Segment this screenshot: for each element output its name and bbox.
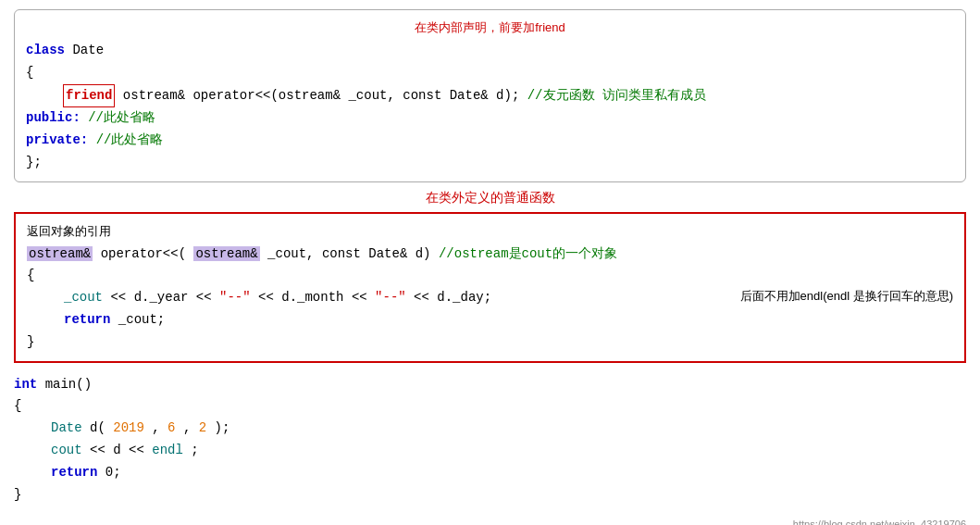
day-op: << d._day; [414,290,491,305]
ostream-comment: //ostream是cout的一个对象 [439,246,617,261]
class-name: Date [72,43,104,57]
int-keyword: int [14,377,37,392]
public-line: public: //此处省略 [26,107,954,130]
date-type: Date [51,420,82,435]
return-ref-title: 返回对象的引用 [27,221,953,244]
private-line: private: //此处省略 [26,130,954,152]
month-val: 6 [167,420,175,435]
date-var: d( [90,420,105,435]
private-comment: //此处省略 [96,132,164,147]
return-ref-label: 返回对象的引用 [27,221,111,242]
dash-str-2: "--" [375,290,406,305]
open-brace-1: { [26,62,954,84]
section1-annotation: 在类内部声明，前要加friend [26,18,954,38]
ostream-param-highlight: ostream& [193,246,259,261]
return-zero-keyword: return [51,465,97,480]
year-val: 2019 [113,420,144,435]
dash-str-1: "--" [219,290,251,305]
endl-keyword: endl [152,443,183,457]
class-code-block: 在类内部声明，前要加friend class Date { friend ost… [14,9,966,182]
middle-label: 在类外定义的普通函数 [14,190,966,206]
return-cout-line: return _cout; [27,309,953,331]
watermark: https://blog.csdn.net/weixin_43219706 [14,519,966,525]
main-open-brace: { [14,395,966,418]
friend-comment: //友元函数 访问类里私有成员 [527,88,706,103]
open-brace-2: { [27,265,953,287]
main-close-brace: } [14,484,966,506]
cout-line: cout << d << endl ; [14,440,966,462]
return-zero-val: 0; [105,465,121,480]
ostream-type-highlight: ostream& [27,246,93,261]
cout-output-op: << d << [90,443,152,457]
operator-name: operator<<( [101,246,186,261]
return-value: _cout; [118,312,165,327]
public-keyword: public: [26,110,81,125]
day-val: 2 [199,420,206,435]
main-signature: int main() [14,374,966,396]
main-name: main() [45,377,92,392]
operator-signature-line: ostream& operator<<( ostream& _cout, con… [27,244,953,266]
month-op: << d._month << [258,290,375,305]
cout-op: << d._year << [110,290,219,305]
close-brace-1: }; [26,152,954,174]
cout-var: _cout [64,290,103,305]
public-comment: //此处省略 [88,110,155,125]
friend-rest: ostream& operator<<(ostream& _cout, cons… [123,88,519,103]
cout-param: _cout, const Date& d) [267,246,430,261]
cout-keyword: cout [51,443,82,457]
private-keyword: private: [26,132,88,147]
date-declaration: Date d( 2019 , 6 , 2 ); [14,418,966,440]
operator-code-block: 返回对象的引用 ostream& operator<<( ostream& _c… [14,212,966,363]
class-keyword-line: class Date [26,40,954,62]
return-zero-line: return 0; [14,462,966,484]
class-keyword: class [26,43,65,57]
main-code-block: int main() { Date d( 2019 , 6 , 2 ); cou… [14,370,966,510]
close-brace-2: } [27,331,953,354]
endl-note: 后面不用加endl(endl 是换行回车的意思) [740,287,953,306]
friend-declaration-line: friend ostream& operator<<(ostream& _cou… [26,84,954,108]
cout-output-line: 后面不用加endl(endl 是换行回车的意思) _cout << d._yea… [27,287,953,309]
friend-keyword: friend [63,84,115,108]
return-keyword: return [64,312,110,327]
